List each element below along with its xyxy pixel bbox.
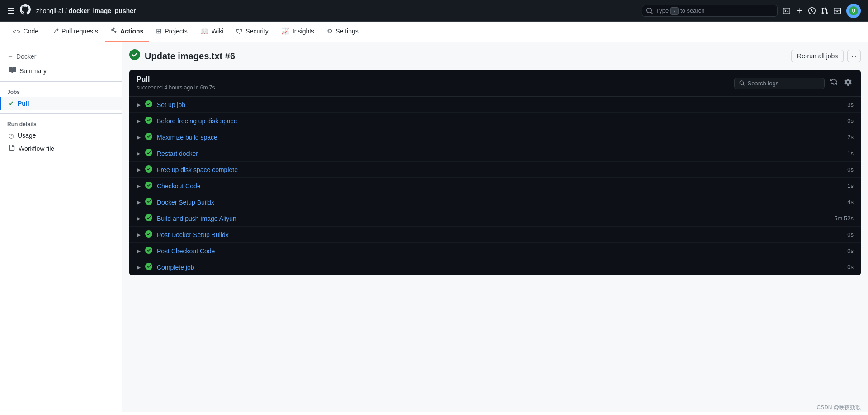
security-icon: 🛡 [236,28,243,35]
terminal-button[interactable] [783,7,790,14]
log-step[interactable]: ▶ Maximize build space 2s [129,129,861,145]
main-layout: ← Docker Summary Jobs ✓ Pull Run details… [0,42,868,412]
log-step[interactable]: ▶ Build and push image Aliyun 5m 52s [129,210,861,227]
plus-button[interactable] [796,7,803,14]
back-arrow-icon: ← [7,53,14,60]
step-name: Maximize build space [157,134,217,141]
step-name: Free up disk space complete [157,166,238,173]
subnav-item-settings[interactable]: ⚙ Settings [321,22,364,42]
job-subtitle: succeeded 4 hours ago in 6m 7s [137,84,215,91]
subnav-security-label: Security [245,28,269,35]
repo-path: zhongli-ai / docker_image_pusher [36,7,136,14]
sidebar-item-summary[interactable]: Summary [0,64,122,78]
log-step-left: ▶ Maximize build space [137,133,217,141]
subnav-item-actions[interactable]: Actions [105,22,149,42]
chevron-right-icon: ▶ [137,248,141,254]
pr-button[interactable] [821,7,828,14]
repo-owner-link[interactable]: zhongli-ai [36,7,63,14]
repo-subnav: <> Code ⎇ Pull requests Actions ⊞ Projec… [0,22,868,42]
nav-left: ☰ zhongli-ai / docker_image_pusher [7,4,136,18]
back-label: Docker [16,53,36,60]
step-success-icon [145,117,152,125]
rerun-all-button[interactable]: Re-run all jobs [791,50,844,62]
subnav-item-insights[interactable]: 📈 Insights [276,22,320,42]
job-panel: Pull succeeded 4 hours ago in 6m 7s [129,70,861,275]
step-name: Post Checkout Code [157,247,215,255]
subnav-item-security[interactable]: 🛡 Security [231,22,274,42]
log-step[interactable]: ▶ Post Checkout Code 0s [129,243,861,259]
subnav-item-projects[interactable]: ⊞ Projects [151,22,193,42]
nav-right: Type / to search U [642,4,861,18]
search-logs-input[interactable] [748,80,820,87]
global-search-box[interactable]: Type / to search [642,5,778,17]
log-step[interactable]: ▶ Set up job 3s [129,97,861,113]
search-logs-icon [739,80,745,86]
log-step[interactable]: ▶ Post Docker Setup Buildx 0s [129,227,861,243]
page-title: Update images.txt #6 [145,51,235,61]
log-step[interactable]: ▶ Checkout Code 1s [129,178,861,194]
settings-icon: ⚙ [327,27,333,35]
back-link[interactable]: ← Docker [0,49,122,64]
hamburger-icon[interactable]: ☰ [7,6,14,16]
log-step[interactable]: ▶ Restart docker 1s [129,145,861,162]
subnav-item-code[interactable]: <> Code [7,22,44,42]
log-step-left: ▶ Free up disk space complete [137,165,238,174]
subnav-settings-label: Settings [335,28,359,35]
job-title: Pull [137,75,215,84]
run-details-title: Run details [0,117,122,129]
subnav-code-label: Code [24,28,38,35]
repo-name-link[interactable]: docker_image_pusher [69,7,136,14]
step-duration: 5m 52s [834,215,854,222]
github-logo [20,4,31,18]
log-step[interactable]: ▶ Before freeing up disk space 0s [129,113,861,129]
log-step-left: ▶ Build and push image Aliyun [137,214,236,223]
log-steps-container: ▶ Set up job 3s ▶ Before freeing up disk… [129,97,861,275]
log-step-left: ▶ Post Docker Setup Buildx [137,230,229,239]
step-success-icon [145,214,152,223]
sidebar-item-workflow-file[interactable]: Workflow file [0,142,122,155]
refresh-button[interactable] [828,77,839,89]
search-logs-box[interactable] [734,78,825,89]
clock-button[interactable] [808,7,816,14]
step-success-icon [145,263,152,271]
sidebar-item-pull[interactable]: ✓ Pull [0,97,122,110]
chevron-right-icon: ▶ [137,232,141,238]
step-success-icon [145,182,152,190]
chevron-right-icon: ▶ [137,199,141,205]
chevron-right-icon: ▶ [137,150,141,157]
step-success-icon [145,133,152,141]
success-icon [129,49,140,63]
projects-icon: ⊞ [156,27,162,35]
chevron-right-icon: ▶ [137,183,141,189]
sidebar-item-usage[interactable]: ◷ Usage [0,129,122,142]
log-step[interactable]: ▶ Complete job 0s [129,259,861,275]
step-duration: 1s [847,182,854,189]
step-duration: 1s [847,150,854,157]
jobs-section-title: Jobs [0,85,122,97]
log-step-left: ▶ Docker Setup Buildx [137,198,214,206]
svg-text:U: U [852,8,855,13]
subnav-item-wiki[interactable]: 📖 Wiki [195,22,229,42]
inbox-button[interactable] [834,7,841,14]
chevron-right-icon: ▶ [137,215,141,222]
subnav-pr-label: Pull requests [61,28,98,35]
log-settings-button[interactable] [843,77,854,89]
step-name: Build and push image Aliyun [157,215,236,222]
step-success-icon [145,198,152,206]
log-step[interactable]: ▶ Free up disk space complete 0s [129,162,861,178]
watermark: CSDN @晚夜残歌 [816,404,861,411]
insights-icon: 📈 [281,27,290,35]
subnav-item-pull-requests[interactable]: ⎇ Pull requests [46,22,104,42]
search-label: Type / to search [656,7,705,14]
step-name: Restart docker [157,150,198,157]
log-step-left: ▶ Post Checkout Code [137,247,215,255]
job-header-right [734,77,854,89]
job-info: Pull succeeded 4 hours ago in 6m 7s [137,75,215,91]
repo-separator: / [65,7,67,14]
step-success-icon [145,100,152,109]
step-duration: 3s [847,101,854,108]
avatar[interactable]: U [846,4,861,18]
workflow-file-label: Workflow file [19,145,54,152]
log-step[interactable]: ▶ Docker Setup Buildx 4s [129,194,861,210]
more-options-button[interactable]: ··· [847,50,861,62]
